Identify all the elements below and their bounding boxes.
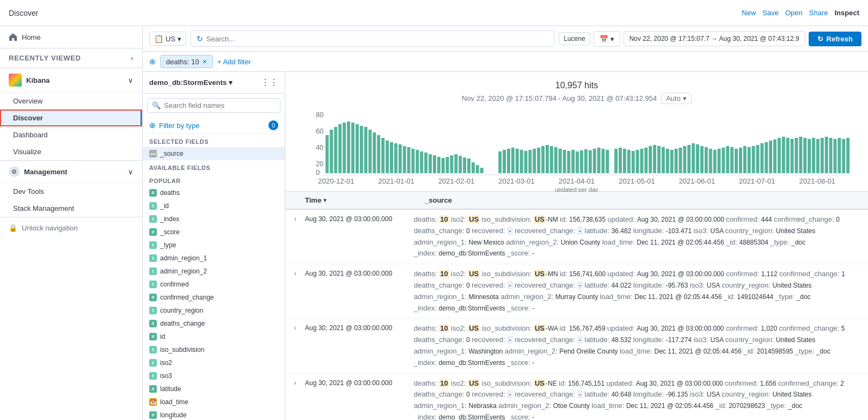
expand-row-icon-2[interactable]: › xyxy=(294,269,305,277)
field-item-confirmed[interactable]: t confirmed xyxy=(143,278,285,291)
query-input-wrap: ↻ xyxy=(191,31,554,47)
table-row: › Aug 30, 2021 @ 03:00:00.000 deaths: 10… xyxy=(285,210,868,264)
field-item-latitude[interactable]: # latitude xyxy=(143,382,285,395)
recently-viewed-header[interactable]: Recently viewed › xyxy=(0,48,142,68)
sidebar-item-overview[interactable]: Overview xyxy=(0,93,142,109)
management-label: Management xyxy=(24,168,124,176)
field-item-field-id[interactable]: # id xyxy=(143,330,285,343)
field-item-iso-sub[interactable]: t iso_subdivision xyxy=(143,343,285,356)
svg-rect-91 xyxy=(709,149,712,173)
num-badge7: # xyxy=(149,411,157,419)
svg-rect-65 xyxy=(597,148,601,173)
field-item-confirmed-change[interactable]: # confirmed_change xyxy=(143,291,285,304)
field-item-longitude[interactable]: # longitude xyxy=(143,409,285,420)
field-item-iso3[interactable]: t iso3 xyxy=(143,369,285,382)
sidebar-item-devtools[interactable]: Dev Tools xyxy=(0,183,142,200)
time-range-display[interactable]: Nov 22, 2020 @ 17:15:07.7 → Aug 30, 2021… xyxy=(624,31,805,46)
index-pattern-selector[interactable]: 📋 US ▾ xyxy=(149,32,186,46)
columns-icon[interactable]: ⋮⋮ xyxy=(261,77,278,88)
share-button[interactable]: Share xyxy=(809,9,828,17)
table-row-3[interactable]: › Aug 30, 2021 @ 03:00:00.000 deaths: 10… xyxy=(285,319,868,373)
selected-field-source[interactable]: src _source xyxy=(143,147,285,160)
svg-rect-83 xyxy=(675,149,678,173)
svg-rect-120 xyxy=(834,139,837,173)
calendar-button[interactable]: 📅 ▾ xyxy=(594,31,620,47)
svg-rect-107 xyxy=(778,138,781,173)
svg-rect-48 xyxy=(524,151,528,173)
query-input[interactable] xyxy=(206,35,548,43)
field-search-input[interactable] xyxy=(164,101,276,109)
chevron-down-icon-mgmt: ∨ xyxy=(128,168,133,176)
svg-rect-36 xyxy=(459,156,462,173)
inspect-button[interactable]: Inspect xyxy=(834,9,859,17)
svg-rect-34 xyxy=(450,155,454,173)
sidebar-item-discover[interactable]: Discover xyxy=(0,109,142,126)
filter-remove-icon[interactable]: × xyxy=(203,57,207,66)
svg-rect-21 xyxy=(394,143,398,173)
field-item-score[interactable]: # _score xyxy=(143,226,285,239)
svg-rect-58 xyxy=(567,151,570,173)
refresh-button[interactable]: ↻ Refresh xyxy=(809,32,861,46)
svg-rect-53 xyxy=(546,145,549,173)
row-source-1: deaths: 10 iso2: US iso_subdivision: US-… xyxy=(414,214,859,259)
field-item-country[interactable]: t country_region xyxy=(143,304,285,317)
expand-row-icon-4[interactable]: › xyxy=(294,378,305,387)
expand-row-icon[interactable]: › xyxy=(294,214,305,223)
auto-interval-selector[interactable]: Auto ▾ xyxy=(661,93,692,104)
field-item-loadtime[interactable]: 📅 load_time xyxy=(143,395,285,409)
open-button[interactable]: Open xyxy=(785,9,803,17)
save-button[interactable]: Save xyxy=(762,9,779,17)
recently-viewed-section: Recently viewed › xyxy=(0,48,142,68)
svg-rect-95 xyxy=(726,146,729,173)
lucene-badge[interactable]: Lucene xyxy=(559,32,590,45)
svg-rect-72 xyxy=(627,150,631,173)
svg-rect-116 xyxy=(816,139,820,173)
content-area: demo_db:StormEvents ▾ ⋮⋮ 🔍 ⊕ Filter by t… xyxy=(143,72,868,420)
field-name-type: _type xyxy=(160,241,278,249)
sidebar-item-dashboard[interactable]: Dashboard xyxy=(0,126,142,143)
field-item-deaths-change[interactable]: # deaths_change xyxy=(143,317,285,330)
field-item-index[interactable]: t _index xyxy=(143,212,285,226)
sidebar-item-visualize[interactable]: Visualize xyxy=(0,143,142,160)
svg-rect-6 xyxy=(330,130,333,173)
filter-chip-deaths[interactable]: deaths: 10 × xyxy=(160,55,213,68)
filter-type-icon: ⊕ xyxy=(149,121,156,130)
svg-rect-33 xyxy=(446,157,449,173)
add-filter-button[interactable]: + Add filter xyxy=(217,58,251,66)
expand-row-icon-3[interactable]: › xyxy=(294,323,305,332)
field-name-score: _score xyxy=(160,228,278,236)
new-button[interactable]: New xyxy=(742,9,756,17)
time-column-header[interactable]: Time ▾ xyxy=(305,196,425,204)
svg-rect-102 xyxy=(756,145,760,173)
svg-rect-30 xyxy=(433,155,436,173)
source-badge: src xyxy=(149,150,157,157)
table-row-1[interactable]: › Aug 30, 2021 @ 03:00:00.000 deaths: 10… xyxy=(285,210,868,264)
svg-rect-85 xyxy=(683,146,686,173)
unlock-navigation[interactable]: 🔒 Unlock navigation xyxy=(0,217,142,239)
table-row-2[interactable]: › Aug 30, 2021 @ 03:00:00.000 deaths: 10… xyxy=(285,264,868,318)
svg-rect-24 xyxy=(407,147,411,173)
field-item-type[interactable]: t _type xyxy=(143,239,285,252)
field-item-admin2[interactable]: t admin_region_2 xyxy=(143,265,285,278)
svg-rect-82 xyxy=(670,150,674,173)
svg-rect-76 xyxy=(644,148,647,173)
svg-rect-86 xyxy=(687,145,690,173)
chevron-down-icon-idx2[interactable]: ▾ xyxy=(229,78,233,87)
svg-text:20: 20 xyxy=(316,160,323,168)
field-item-iso2[interactable]: t iso2 xyxy=(143,356,285,369)
num-badge2: # xyxy=(149,228,157,236)
home-nav-item[interactable]: Home xyxy=(0,26,142,48)
table-row: › Aug 30, 2021 @ 03:00:00.000 deaths: 10… xyxy=(285,264,868,319)
field-item-id[interactable]: t _id xyxy=(143,199,285,212)
svg-rect-69 xyxy=(614,149,618,173)
home-label: Home xyxy=(22,33,41,41)
field-item-admin1[interactable]: t admin_region_1 + xyxy=(143,252,285,265)
kibana-header[interactable]: Kibana ∨ xyxy=(0,68,142,93)
row-time-3: Aug 30, 2021 @ 03:00:00.000 xyxy=(305,323,414,332)
filter-by-type-button[interactable]: ⊕ Filter by type 0 xyxy=(143,117,285,134)
svg-rect-54 xyxy=(550,146,553,173)
field-item-deaths[interactable]: # deaths xyxy=(143,186,285,199)
management-header[interactable]: ⚙ Management ∨ xyxy=(0,161,142,183)
table-row-4[interactable]: › Aug 30, 2021 @ 03:00:00.000 deaths: 10… xyxy=(285,374,868,420)
sidebar-item-stackmgmt[interactable]: Stack Management xyxy=(0,200,142,217)
